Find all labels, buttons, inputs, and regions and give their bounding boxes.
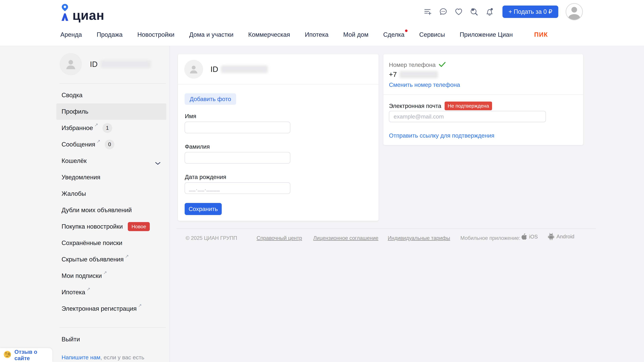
post-listing-button[interactable]: + Подать за 0 ₽ [502, 5, 558, 18]
nav-app[interactable]: Приложение Циан [460, 31, 513, 38]
ios-app-link[interactable]: iOS [521, 233, 538, 241]
sidebar-item-label: Кошелёк [62, 157, 87, 164]
copyright: © 2025 ЦИАН ГРУПП [186, 235, 237, 241]
nav-rent[interactable]: Аренда [60, 31, 82, 38]
logo-text: циан [72, 9, 104, 22]
main-nav: Аренда Продажа Новостройки Дома и участк… [60, 24, 548, 45]
logout-button[interactable]: Выйти [56, 331, 166, 348]
sidebar-logout-section: Выйти [56, 331, 166, 348]
id-prefix: ID [210, 65, 218, 74]
nav-houses[interactable]: Дома и участки [189, 31, 234, 38]
first-name-input[interactable] [185, 122, 290, 133]
contact-card-divider [384, 94, 583, 95]
nav-mortgage[interactable]: Ипотека [305, 31, 328, 38]
sidebar-item-label: Сохранённые поиски [62, 240, 122, 247]
sidebar-item-label: Жалобы [62, 190, 86, 197]
sidebar-item-hidden-listings[interactable]: Скрытые объявления ↗ [56, 251, 166, 268]
nav-myhome[interactable]: Мой дом [343, 31, 368, 38]
android-label: Android [556, 234, 574, 240]
last-name-label: Фамилия [185, 143, 210, 150]
ios-label: iOS [529, 234, 538, 240]
email-status-badge: Не подтверждена [444, 102, 492, 110]
change-phone-link[interactable]: Сменить номер телефона [389, 81, 460, 88]
feedback-label: Отзыв о сайте [14, 349, 52, 362]
external-link-icon: ↗ [94, 122, 98, 128]
send-confirmation-link[interactable]: Отправить ссылку для подтверждения [389, 132, 494, 139]
license-agreement-link[interactable]: Лицензионное соглашение [313, 235, 378, 241]
profile-card: ID Добавить фото Имя Фамилия Дата рожден… [178, 54, 379, 221]
sidebar-item-favorites[interactable]: Избранное ↗ 1 [56, 120, 166, 136]
phone-value: +7 [389, 70, 438, 78]
sidebar-item-messages[interactable]: Сообщения ↗ 0 [56, 136, 166, 153]
sidebar-item-saved-searches[interactable]: Сохранённые поиски [56, 235, 166, 251]
messages-icon[interactable] [439, 7, 448, 16]
contact-note-rest: , если у вас есть [100, 354, 144, 361]
contact-card: Номер телефона +7 Сменить номер телефона… [383, 54, 583, 145]
android-app-link[interactable]: Android [548, 233, 574, 241]
sidebar-item-label: Мои подписки [62, 272, 102, 279]
apple-icon [521, 233, 527, 241]
cian-pin-icon [60, 4, 70, 22]
nav-services[interactable]: Сервисы [419, 31, 445, 38]
mobile-app-label: Мобильное приложение: [460, 235, 520, 241]
redacted-phone-value [400, 71, 438, 78]
write-us-link[interactable]: Напишите нам [62, 354, 100, 361]
nav-deal[interactable]: Сделка [383, 31, 404, 38]
nav-newbuildings[interactable]: Новостройки [137, 31, 174, 38]
sidebar-item-duplicates[interactable]: Дубли моих объявлений [56, 202, 166, 218]
external-link-icon: ↗ [96, 139, 100, 144]
help-center-link[interactable]: Справочный центр [256, 235, 302, 241]
nav-pik-logo[interactable]: ПИК [534, 31, 548, 38]
cian-logo[interactable]: циан [60, 4, 104, 22]
phone-prefix: +7 [389, 70, 397, 78]
favorites-heart-icon[interactable] [454, 7, 463, 16]
save-button[interactable]: Сохранить [185, 203, 222, 215]
sidebar-item-mortgage[interactable]: Ипотека ↗ [56, 284, 166, 301]
favorites-count-badge: 1 [102, 123, 112, 133]
nav-sale[interactable]: Продажа [96, 31, 122, 38]
email-input[interactable] [389, 111, 546, 122]
last-name-input[interactable] [185, 152, 290, 164]
my-ads-icon[interactable] [424, 7, 432, 16]
sidebar-item-summary[interactable]: Сводка [56, 87, 166, 103]
sidebar-item-label: Избранное [62, 124, 93, 132]
nav-commercial[interactable]: Коммерческая [248, 31, 290, 38]
sidebar-item-label: Профиль [62, 108, 88, 115]
individual-tariffs-link[interactable]: Индивидуальные тарифы [388, 235, 450, 241]
redacted-id-value [100, 60, 151, 68]
sidebar-item-label: Электронная регистрация [62, 305, 137, 312]
sidebar-item-label: Покупка новостройки [62, 223, 123, 230]
sidebar-item-profile[interactable]: Профиль [56, 103, 166, 120]
sidebar-profile-summary: ID [60, 53, 151, 75]
header-icon-row [424, 7, 494, 16]
notifications-bell-icon[interactable] [485, 7, 494, 16]
user-avatar[interactable] [566, 3, 583, 20]
new-badge: Новое [128, 222, 150, 231]
site-feedback-button[interactable]: Отзыв о сайте [0, 348, 52, 362]
sidebar-item-subscriptions[interactable]: Мои подписки ↗ [56, 268, 166, 284]
logout-label: Выйти [62, 336, 80, 343]
sidebar-item-complaints[interactable]: Жалобы [56, 186, 166, 202]
id-prefix: ID [90, 60, 98, 69]
sidebar: ID Сводка Профиль Избранное ↗ 1 Соо [0, 46, 170, 362]
phone-label-row: Номер телефона [389, 61, 446, 68]
phone-label: Номер телефона [389, 61, 436, 68]
birth-date-label: Дата рождения [185, 174, 226, 180]
sidebar-divider [60, 327, 166, 328]
header-actions: + Подать за 0 ₽ [424, 0, 583, 23]
chevron-down-icon [155, 159, 160, 166]
android-icon [548, 233, 554, 241]
sidebar-item-newbuilding-purchase[interactable]: Покупка новостройки Новое [56, 218, 166, 235]
birth-date-input[interactable] [185, 182, 290, 194]
sidebar-item-e-registration[interactable]: Электронная регистрация ↗ [56, 301, 166, 317]
sidebar-item-wallet[interactable]: Кошелёк [56, 153, 166, 169]
saved-searches-icon[interactable] [470, 7, 478, 16]
sidebar-item-label: Ипотека [62, 289, 85, 296]
email-label-row: Электронная почта Не подтверждена [389, 102, 492, 110]
sidebar-item-label: Скрытые объявления [62, 256, 124, 263]
add-photo-button[interactable]: Добавить фото [185, 93, 236, 105]
sidebar-menu: Сводка Профиль Избранное ↗ 1 Сообщения ↗… [56, 87, 166, 317]
sidebar-item-notifications[interactable]: Уведомления [56, 169, 166, 186]
messages-count-badge: 0 [105, 140, 114, 149]
page-body: ID Сводка Профиль Избранное ↗ 1 Соо [0, 46, 644, 362]
